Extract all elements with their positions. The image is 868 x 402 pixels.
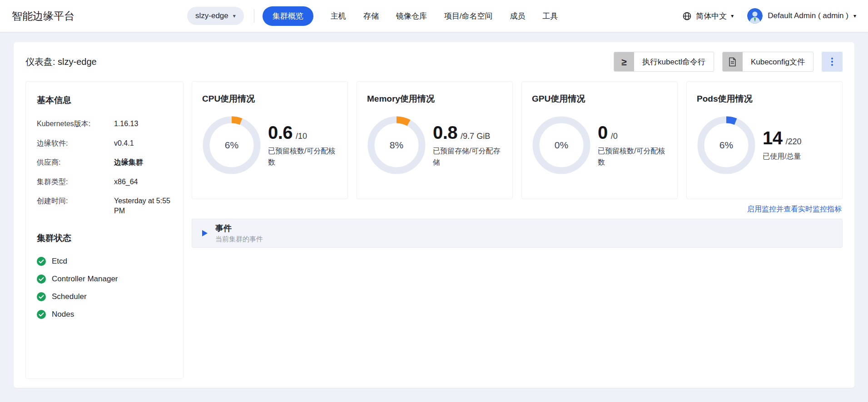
metric-caption: 已预留核数/可分配核数	[598, 146, 667, 168]
info-label: 创建时间:	[37, 196, 114, 216]
kubectl-button-label: 执行kubectl命令行	[634, 57, 714, 67]
metric-suffix: /0	[611, 132, 618, 141]
status-item-nodes: Nodes	[37, 310, 172, 319]
status-label: Etcd	[52, 257, 67, 266]
check-circle-icon	[37, 310, 46, 319]
chevron-down-icon: ▾	[853, 13, 856, 19]
dashboard-header: 仪表盘: slzy-edge ≥ 执行kubectl命令行	[25, 42, 843, 81]
metric-title: Pods使用情况	[697, 93, 832, 105]
language-label: 简体中文	[696, 11, 727, 21]
metric-suffix: /9.7 GiB	[461, 132, 490, 141]
info-value: v0.4.1	[114, 138, 134, 148]
tab-cluster-overview[interactable]: 集群概览	[263, 6, 313, 26]
pods-donut-chart: 6%	[697, 116, 756, 175]
kubectl-button[interactable]: ≥ 执行kubectl命令行	[614, 52, 714, 72]
chevron-down-icon: ▾	[233, 13, 236, 19]
info-row-provider: 供应商: 边缘集群	[37, 157, 172, 167]
more-actions-icon	[831, 58, 833, 66]
dashboard-card: 仪表盘: slzy-edge ≥ 执行kubectl命令行	[14, 42, 854, 388]
metric-value: 0	[598, 123, 608, 143]
metric-suffix: /10	[296, 132, 307, 141]
metrics-column: CPU使用情况 6% 0.6	[192, 81, 843, 379]
kubeconfig-button[interactable]: Kubeconfig文件	[722, 52, 813, 72]
gpu-donut-chart: 0%	[532, 116, 591, 175]
status-label: Scheduler	[52, 292, 87, 301]
metric-card-pods: Pods使用情况 6% 14	[686, 81, 843, 199]
info-row-cluster-type: 集群类型: x86_64	[37, 177, 172, 187]
metric-text: 0.6 /10 已预留核数/可分配核数	[268, 123, 337, 168]
metric-title: CPU使用情况	[202, 93, 337, 105]
metrics-row: CPU使用情况 6% 0.6	[192, 81, 843, 199]
page-title: 仪表盘: slzy-edge	[25, 56, 97, 68]
terminal-icon: ≥	[614, 52, 634, 72]
metric-card-cpu: CPU使用情况 6% 0.6	[192, 81, 348, 199]
tab-members[interactable]: 成员	[510, 6, 526, 26]
dashboard-content: 基本信息 Kubernetes版本: 1.16.13 边缘软件: v0.4.1 …	[25, 81, 843, 379]
info-value: x86_64	[114, 177, 138, 187]
more-actions-button[interactable]	[822, 52, 843, 72]
expand-triangle-icon	[202, 230, 208, 236]
memory-donut-chart: 8%	[367, 116, 426, 175]
enable-monitoring-link[interactable]: 启用监控并查看实时监控指标	[747, 205, 842, 214]
check-circle-icon	[37, 257, 46, 266]
basic-info-heading: 基本信息	[37, 94, 172, 106]
tab-projects-namespaces[interactable]: 项目/命名空间	[444, 6, 493, 26]
cluster-info-panel: 基本信息 Kubernetes版本: 1.16.13 边缘软件: v0.4.1 …	[25, 81, 184, 379]
monitoring-link-row: 启用监控并查看实时监控指标	[192, 199, 843, 219]
cluster-selector-value: slzy-edge	[195, 11, 228, 20]
tab-hosts[interactable]: 主机	[331, 6, 346, 26]
chevron-down-icon: ▾	[731, 13, 734, 19]
user-menu[interactable]: Default Admin ( admin ) ▾	[747, 8, 856, 24]
metric-title: GPU使用情况	[532, 93, 667, 105]
app-title: 智能边缘平台	[12, 10, 74, 22]
metric-suffix: /220	[786, 137, 802, 147]
metric-value: 14	[763, 128, 783, 148]
donut-percent-label: 6%	[202, 116, 261, 175]
cluster-status-heading: 集群状态	[37, 232, 172, 244]
cpu-donut-chart: 6%	[202, 116, 261, 175]
brand-area: 智能边缘平台	[12, 9, 187, 23]
check-circle-icon	[37, 275, 46, 284]
nav-right: 简体中文 ▾ Default Admin ( admin ) ▾	[682, 8, 856, 24]
tab-image-registry[interactable]: 镜像仓库	[396, 6, 427, 26]
top-navbar: 智能边缘平台 slzy-edge ▾ 集群概览 主机 存储 镜像仓库 项目/命名…	[0, 0, 868, 32]
info-label: Kubernetes版本:	[37, 119, 114, 129]
metric-caption: 已预留存储/可分配存储	[433, 146, 502, 168]
metric-caption: 已预留核数/可分配核数	[268, 146, 337, 168]
info-label: 边缘软件:	[37, 138, 114, 148]
metric-text: 0 /0 已预留核数/可分配核数	[598, 123, 667, 168]
user-name: Default Admin ( admin )	[768, 11, 848, 20]
metric-text: 0.8 /9.7 GiB 已预留存储/可分配存储	[433, 123, 502, 168]
metric-value: 0.8	[433, 123, 457, 143]
events-text: 事件 当前集群的事件	[215, 223, 263, 244]
events-subtitle: 当前集群的事件	[215, 235, 263, 244]
metric-card-memory: Memory使用情况 8% 0.8	[357, 81, 513, 199]
donut-percent-label: 0%	[532, 116, 591, 175]
events-title: 事件	[215, 223, 263, 234]
info-value: Yesterday at 5:55 PM	[114, 196, 172, 216]
status-label: Controller Manager	[52, 275, 118, 284]
metric-card-gpu: GPU使用情况 0% 0	[521, 81, 678, 199]
metric-caption: 已使用/总量	[763, 151, 802, 162]
tab-tools[interactable]: 工具	[543, 6, 558, 26]
page: 仪表盘: slzy-edge ≥ 执行kubectl命令行	[0, 32, 868, 398]
kubeconfig-button-label: Kubeconfig文件	[743, 57, 813, 67]
events-expander[interactable]: 事件 当前集群的事件	[192, 219, 843, 248]
language-switcher[interactable]: 简体中文 ▾	[682, 11, 734, 21]
check-circle-icon	[37, 292, 46, 301]
nav-divider	[254, 9, 254, 23]
status-item-scheduler: Scheduler	[37, 292, 172, 301]
donut-percent-label: 8%	[367, 116, 426, 175]
avatar	[747, 8, 763, 24]
info-row-kubernetes-version: Kubernetes版本: 1.16.13	[37, 119, 172, 129]
donut-percent-label: 6%	[697, 116, 756, 175]
metric-value: 0.6	[268, 123, 293, 143]
nav-tabs: 集群概览 主机 存储 镜像仓库 项目/命名空间 成员 工具	[263, 6, 558, 26]
status-item-etcd: Etcd	[37, 257, 172, 266]
info-row-created-at: 创建时间: Yesterday at 5:55 PM	[37, 196, 172, 216]
tab-storage[interactable]: 存储	[363, 6, 379, 26]
status-label: Nodes	[52, 310, 74, 319]
cluster-selector[interactable]: slzy-edge ▾	[187, 7, 244, 25]
header-actions: ≥ 执行kubectl命令行 Kubeconfig文件	[614, 52, 843, 72]
metric-text: 14 /220 已使用/总量	[763, 128, 802, 162]
